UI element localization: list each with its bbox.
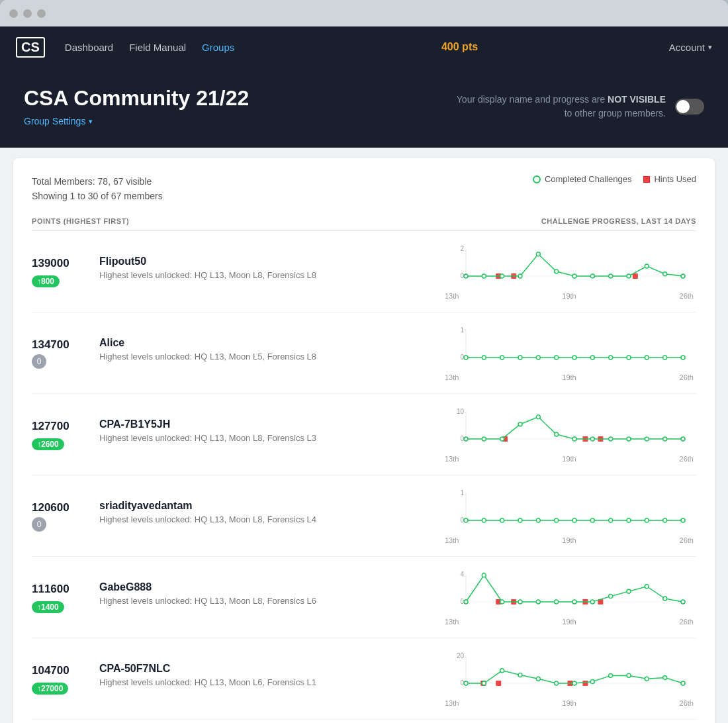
traffic-light-yellow[interactable] <box>23 9 32 18</box>
svg-point-16 <box>627 274 631 278</box>
points-display: 400 pts <box>441 41 478 53</box>
member-score-2: 127700 <box>32 418 85 433</box>
x-label-26th: 26th <box>680 618 694 626</box>
member-score-section-3: 120600 0 <box>32 500 91 532</box>
table-row: 104700 ↑27000 CPA-50F7NLC Highest levels… <box>32 638 696 720</box>
member-score-section-5: 104700 ↑27000 <box>32 663 91 695</box>
svg-point-7 <box>464 274 468 278</box>
member-score-section-2: 127700 ↑2600 <box>32 418 91 450</box>
nav-dashboard[interactable]: Dashboard <box>65 42 113 53</box>
nav-field-manual[interactable]: Field Manual <box>129 42 186 53</box>
x-label-19th: 19th <box>562 618 576 626</box>
member-levels-3: Highest levels unlocked: HQ L13, Moon L8… <box>99 514 442 524</box>
svg-point-93 <box>663 597 667 601</box>
svg-point-30 <box>572 356 576 360</box>
svg-point-87 <box>555 600 559 604</box>
svg-point-11 <box>536 252 540 256</box>
svg-point-13 <box>572 274 576 278</box>
svg-point-53 <box>627 437 631 441</box>
svg-point-94 <box>681 600 685 604</box>
svg-point-24 <box>464 356 468 360</box>
visibility-line2: to other group members. <box>565 108 666 119</box>
chart-x-labels-2: 13th 19th 26th <box>442 455 696 463</box>
svg-point-33 <box>627 356 631 360</box>
score-badge: ↑2600 <box>32 438 64 450</box>
member-levels-1: Highest levels unlocked: HQ L13, Moon L5… <box>99 352 442 362</box>
stats-members-total: Total Members: 78, 67 visible <box>32 174 163 189</box>
svg-rect-6 <box>633 273 638 279</box>
member-score-0: 139000 <box>32 256 85 270</box>
svg-point-73 <box>681 518 685 522</box>
col-header-progress: Challenge Progress, Last 14 Days <box>541 217 696 225</box>
svg-point-54 <box>645 437 649 441</box>
member-left-4: 111600 ↑1400 GabeG888 Highest levels unl… <box>32 581 442 613</box>
member-chart-2: 10 0 13th 19th 26th <box>442 405 696 464</box>
svg-point-66 <box>555 518 559 522</box>
svg-point-88 <box>572 600 576 604</box>
member-name-1: Alice <box>99 337 442 349</box>
svg-point-8 <box>482 274 486 278</box>
chart-x-labels-5: 13th 19th 26th <box>442 699 696 707</box>
svg-point-62 <box>482 518 486 522</box>
traffic-light-green[interactable] <box>37 9 46 18</box>
svg-point-107 <box>536 677 540 681</box>
x-label-26th: 26th <box>680 536 694 544</box>
svg-point-85 <box>518 600 522 604</box>
account-menu[interactable]: Account ▾ <box>669 42 712 53</box>
svg-point-15 <box>609 274 613 278</box>
member-info-2: CPA-7B1Y5JH Highest levels unlocked: HQ … <box>99 418 442 443</box>
svg-text:10: 10 <box>457 408 465 415</box>
svg-point-44 <box>464 437 468 441</box>
chart-x-labels-1: 13th 19th 26th <box>442 373 696 381</box>
chart-x-labels-4: 13th 19th 26th <box>442 618 696 626</box>
legend-hints: Hints Used <box>643 174 696 184</box>
score-badge: ↑800 <box>32 275 60 287</box>
member-chart-5: 20 0 13th 19th 26th <box>442 649 696 708</box>
svg-point-10 <box>518 274 522 278</box>
traffic-light-red[interactable] <box>9 9 18 18</box>
svg-point-83 <box>482 573 486 577</box>
member-name-3: sriadityavedantam <box>99 500 442 512</box>
legend-completed: Completed Challenges <box>533 174 632 184</box>
table-row: 139000 ↑800 Flipout50 Highest levels unl… <box>32 231 696 313</box>
member-chart-1: 1 0 13th 19th 26th <box>442 323 696 383</box>
svg-point-64 <box>518 518 522 522</box>
member-left-2: 127700 ↑2600 CPA-7B1Y5JH Highest levels … <box>32 418 442 450</box>
nav-groups[interactable]: Groups <box>202 42 234 53</box>
chart-legend: Completed Challenges Hints Used <box>533 174 696 184</box>
score-badge-zero: 0 <box>32 354 46 369</box>
svg-point-111 <box>609 673 613 677</box>
svg-point-71 <box>645 518 649 522</box>
svg-point-55 <box>663 437 667 441</box>
member-name-4: GabeG888 <box>99 581 442 593</box>
stats-text: Total Members: 78, 67 visible Showing 1 … <box>32 174 163 204</box>
svg-point-104 <box>482 681 486 685</box>
member-list: 139000 ↑800 Flipout50 Highest levels unl… <box>32 231 696 720</box>
x-label-13th: 13th <box>445 536 459 544</box>
x-label-13th: 13th <box>445 455 459 463</box>
svg-point-35 <box>663 356 667 360</box>
x-label-19th: 19th <box>562 373 576 381</box>
table-row: 120600 0 sriadityavedantam Highest level… <box>32 475 696 557</box>
table-row: 134700 0 Alice Highest levels unlocked: … <box>32 313 696 394</box>
svg-rect-102 <box>582 681 588 686</box>
hero-right: Your display name and progress are NOT V… <box>457 93 704 120</box>
svg-point-103 <box>464 681 468 685</box>
member-score-4: 111600 <box>32 581 85 596</box>
chart-x-labels-3: 13th 19th 26th <box>442 536 696 544</box>
svg-point-63 <box>500 518 504 522</box>
stats-members-showing: Showing 1 to 30 of 67 members <box>32 189 163 203</box>
member-left-1: 134700 0 Alice Highest levels unlocked: … <box>32 337 442 369</box>
svg-point-65 <box>536 518 540 522</box>
group-settings-button[interactable]: Group Settings ▾ <box>24 116 93 126</box>
visibility-line1: Your display name and progress are <box>457 94 605 105</box>
logo: CS <box>16 37 45 58</box>
account-chevron-icon: ▾ <box>708 43 712 52</box>
member-levels-4: Highest levels unlocked: HQ L13, Moon L8… <box>99 596 442 606</box>
legend-completed-label: Completed Challenges <box>545 174 632 184</box>
member-score-section-0: 139000 ↑800 <box>32 256 91 287</box>
visibility-toggle[interactable] <box>675 99 704 115</box>
score-badge-zero: 0 <box>32 517 46 532</box>
member-score-section-1: 134700 0 <box>32 337 91 369</box>
member-info-1: Alice Highest levels unlocked: HQ L13, M… <box>99 337 442 362</box>
